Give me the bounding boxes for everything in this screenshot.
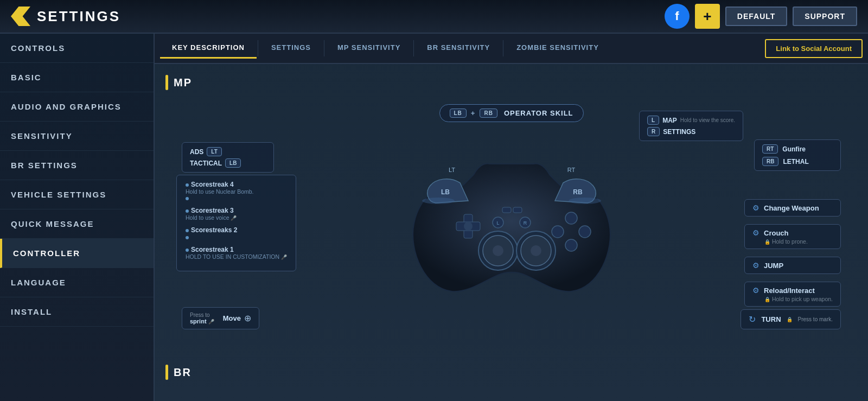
mp-section-title: MP [165, 75, 857, 90]
press-sprint-group: Press to sprint 🎤 [190, 312, 214, 324]
press-mark-label: Press to mark. [798, 316, 833, 322]
svg-text:LT: LT [448, 167, 455, 173]
svg-point-18 [579, 226, 591, 238]
ads-tactical-box: ADS LT TACTICAL LB [182, 142, 274, 173]
svg-point-9 [493, 245, 503, 256]
scorestreak-3-dot [186, 209, 189, 213]
facebook-button[interactable]: f [665, 4, 690, 29]
content-area: KEY DESCRIPTION SETTINGS MP SENSITIVITY … [155, 34, 868, 401]
add-button[interactable]: + [695, 4, 720, 29]
turn-lock-icon: 🔒 [787, 317, 793, 322]
link-social-button[interactable]: Link to Social Account [765, 39, 863, 58]
scorestreak-4-sub: Hold to use Nuclear Bomb. [186, 188, 287, 195]
lt-badge: LT [207, 147, 221, 156]
settings-label: SETTINGS [663, 128, 695, 136]
bottom-left-box: Press to sprint 🎤 Move ⊕ [182, 307, 259, 329]
tab-zombie-sensitivity[interactable]: ZOMBIE SENSITIVITY [505, 38, 611, 59]
sidebar-item-basic[interactable]: BASIC [0, 63, 154, 92]
r-badge: R [647, 127, 660, 136]
sidebar-item-br-settings[interactable]: BR SETTINGS [0, 151, 154, 180]
controller-image: LB RB LT RT [398, 142, 626, 316]
lb-badge: LB [449, 109, 466, 118]
svg-point-19 [552, 226, 564, 238]
crouch-box: ⚙ Crouch 🔒 Hold to prone. [744, 224, 841, 249]
svg-point-17 [565, 212, 577, 224]
tactical-label: TACTICAL [190, 160, 222, 167]
move-group: Move ⊕ [223, 313, 251, 323]
sidebar: CONTROLS BASIC AUDIO AND GRAPHICS SENSIT… [0, 34, 155, 401]
mp-label: MP [174, 77, 192, 89]
sidebar-item-language[interactable]: LANGUAGE [0, 268, 154, 297]
svg-text:L: L [496, 220, 499, 226]
header-title: SETTINGS [37, 8, 120, 25]
crouch-icon: ⚙ [752, 228, 760, 237]
plus-sign: + [471, 109, 476, 117]
move-label: Move [223, 314, 241, 322]
tab-br-sensitivity[interactable]: BR SENSITIVITY [415, 38, 502, 59]
rt-badge: RT [762, 144, 778, 154]
reload-label: Reload/Interact [764, 287, 815, 295]
scorestreak-1-sub: HOLD TO USE IN CUSTOMIZATION 🎤 [186, 253, 287, 260]
scorestreak-2-label: Scorestreaks 2 [191, 226, 237, 234]
scorestreak-4-item: Scorestreak 4 Hold to use Nuclear Bomb. [186, 181, 287, 201]
svg-point-12 [531, 245, 541, 256]
br-indicator [165, 365, 168, 380]
turn-cycle-icon: ↻ [749, 314, 756, 324]
svg-rect-21 [502, 207, 511, 213]
sidebar-item-controls[interactable]: CONTROLS [0, 34, 154, 63]
change-weapon-icon: ⚙ [752, 203, 760, 212]
back-button[interactable]: SETTINGS [11, 7, 120, 26]
support-button[interactable]: SUPPORT [793, 7, 857, 26]
svg-point-24 [569, 198, 601, 204]
operator-skill-box: LB + RB OPERATOR SKILL [439, 104, 583, 122]
default-button[interactable]: DEFAULT [725, 7, 788, 26]
l-badge: L [647, 116, 659, 125]
sidebar-item-audio-and-graphics[interactable]: AUDIO AND GRAPHICS [0, 92, 154, 122]
map-label: MAP [662, 117, 677, 124]
mp-indicator [165, 75, 168, 90]
bottom-right-box: ↻ TURN 🔒 Press to mark. [741, 309, 841, 329]
ads-label: ADS [190, 148, 203, 156]
tab-mp-sensitivity[interactable]: MP SENSITIVITY [326, 38, 412, 59]
reload-icon: ⚙ [752, 286, 760, 295]
tab-key-description[interactable]: KEY DESCRIPTION [160, 38, 257, 59]
sidebar-item-quick-message[interactable]: QUICK MESSAGE [0, 209, 154, 239]
header-right: f + DEFAULT SUPPORT [665, 4, 857, 29]
svg-rect-22 [513, 207, 522, 213]
reload-sub: 🔒 Hold to pick up weapon. [752, 296, 833, 302]
controller-diagram: LB + RB OPERATOR SKILL L MAP Hold to vie… [165, 99, 857, 359]
scorestreak-4-dot [186, 183, 189, 187]
jump-box: ⚙ JUMP [744, 257, 841, 274]
rb-badge: RB [480, 109, 497, 118]
scorestreak-4-label: Scorestreak 4 [191, 181, 234, 188]
sidebar-item-install[interactable]: INSTALL [0, 297, 154, 327]
tab-bar: KEY DESCRIPTION SETTINGS MP SENSITIVITY … [155, 34, 868, 64]
tab-divider-4 [503, 40, 503, 56]
tab-settings[interactable]: SETTINGS [259, 38, 323, 59]
back-arrow-icon [11, 7, 30, 26]
svg-text:LB: LB [441, 188, 450, 196]
change-weapon-box: ⚙ Change Weapon [744, 199, 841, 217]
scorestreak-nb-dot [186, 197, 189, 200]
change-weapon-label: Change Weapon [764, 204, 819, 212]
tab-divider-1 [258, 40, 258, 56]
operator-skill-label: OPERATOR SKILL [504, 109, 573, 117]
scorestreak-1-item: Scorestreak 1 HOLD TO USE IN CUSTOMIZATI… [186, 246, 287, 260]
turn-label: TURN [761, 315, 781, 323]
scorestreak-3-sub: Hold to use voice 🎤 [186, 214, 287, 221]
header: SETTINGS f + DEFAULT SUPPORT [0, 0, 868, 34]
svg-text:R: R [523, 220, 527, 226]
sidebar-item-sensitivity[interactable]: SENSITIVITY [0, 122, 154, 151]
jump-icon: ⚙ [752, 261, 760, 270]
sidebar-item-controller[interactable]: CONTROLLER [0, 239, 154, 268]
crouch-label: Crouch [764, 229, 789, 237]
br-label: BR [174, 366, 192, 379]
sidebar-item-vehicle-settings[interactable]: VEHICLE SETTINGS [0, 180, 154, 209]
tab-divider-3 [413, 40, 414, 56]
tab-divider-2 [324, 40, 324, 56]
right-actions-panel: ⚙ Change Weapon ⚙ Crouch 🔒 Hold to prone… [744, 199, 841, 307]
move-joystick-icon: ⊕ [244, 313, 251, 323]
controller-content: MP LB + RB OPERATOR SKILL L MAP Hold to … [155, 64, 868, 401]
svg-point-23 [422, 198, 455, 204]
jump-label: JUMP [764, 262, 783, 270]
